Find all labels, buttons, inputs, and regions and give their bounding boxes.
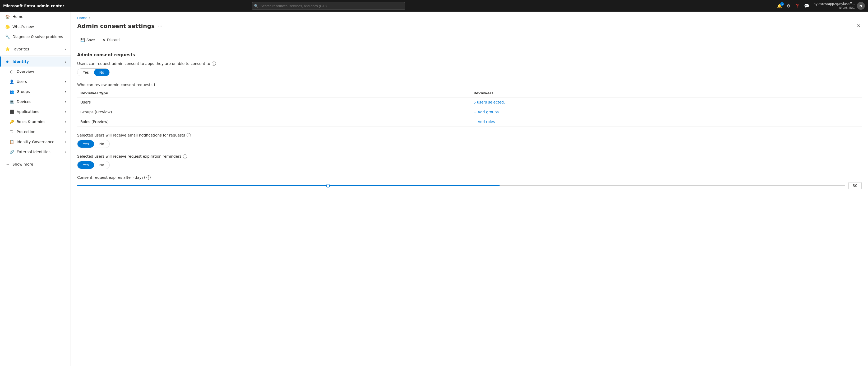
expires-after-slider[interactable] bbox=[77, 185, 845, 186]
table-row: Users 5 users selected. bbox=[77, 97, 862, 107]
devices-icon: 💻 bbox=[9, 99, 14, 104]
close-button[interactable]: ✕ bbox=[856, 22, 862, 30]
sidebar-item-roles-admins[interactable]: 🔑 Roles & admins ▾ bbox=[0, 117, 70, 127]
chevron-up-icon: ▴ bbox=[65, 60, 66, 63]
who-can-review-label: Who can review admin consent requests i bbox=[77, 82, 862, 87]
sidebar-item-diagnose[interactable]: 🔧 Diagnose & solve problems bbox=[0, 32, 70, 42]
sidebar-item-external-identities[interactable]: 🔗 External Identities ▾ bbox=[0, 147, 70, 157]
feedback-icon[interactable]: 💬 bbox=[804, 3, 809, 8]
diamond-icon: ◆ bbox=[5, 59, 10, 64]
slider-row: 30 bbox=[77, 182, 862, 189]
chevron-down-icon-gov: ▾ bbox=[65, 140, 66, 143]
section-title: Admin consent requests bbox=[77, 52, 862, 57]
expiration-reminders-no-button[interactable]: No bbox=[94, 161, 110, 169]
reviewer-roles-link[interactable]: + Add roles bbox=[470, 117, 862, 127]
sidebar-item-overview[interactable]: ○ Overview bbox=[0, 67, 70, 76]
user-menu[interactable]: nylastestapp2@nylasoff... NYLAS, INC. N bbox=[813, 2, 865, 10]
users-consent-toggle: Yes No bbox=[77, 68, 110, 76]
users-consent-no-button[interactable]: No bbox=[94, 69, 110, 76]
email-notifications-field: Selected users will receive email notifi… bbox=[77, 133, 862, 148]
help-icon[interactable]: ❓ bbox=[795, 3, 800, 8]
content-body: Admin consent requests Users can request… bbox=[71, 46, 868, 366]
sidebar-item-home[interactable]: 🏠 Home bbox=[0, 12, 70, 22]
reviewer-type-groups: Groups (Preview) bbox=[77, 107, 470, 117]
toolbar: 💾 Save ✕ Discard bbox=[71, 34, 868, 46]
expires-after-label: Consent request expires after (days) i bbox=[77, 175, 862, 179]
sidebar: 🏠 Home 🌟 What's new 🔧 Diagnose & solve p… bbox=[0, 12, 71, 366]
user-name: nylastestapp2@nylasoff... bbox=[813, 2, 855, 6]
search-input[interactable] bbox=[252, 2, 405, 10]
expires-after-info-icon[interactable]: i bbox=[147, 175, 151, 179]
sidebar-item-identity[interactable]: ◆ Identity ▴ bbox=[0, 57, 70, 67]
chevron-down-icon-users: ▾ bbox=[65, 80, 66, 83]
save-icon: 💾 bbox=[80, 38, 85, 42]
users-consent-info-icon[interactable]: i bbox=[212, 62, 216, 66]
search-bar: 🔍 bbox=[252, 2, 405, 10]
page-header: Home › Admin consent settings ··· ✕ bbox=[71, 12, 868, 34]
shield-icon: 🛡 bbox=[9, 129, 14, 134]
reviewer-type-roles: Roles (Preview) bbox=[77, 117, 470, 127]
page-title-row: Admin consent settings ··· ✕ bbox=[77, 22, 862, 30]
top-nav: Microsoft Entra admin center 🔍 🔔 1 ⚙ ❓ 💬… bbox=[0, 0, 868, 12]
content-area: Home › Admin consent settings ··· ✕ 💾 Sa… bbox=[71, 12, 868, 366]
reviewer-users-link[interactable]: 5 users selected. bbox=[470, 97, 862, 107]
reviewer-type-users: Users bbox=[77, 97, 470, 107]
user-info: nylastestapp2@nylasoff... NYLAS, INC. bbox=[813, 2, 855, 10]
home-icon: 🏠 bbox=[5, 14, 10, 19]
chevron-down-icon-groups: ▾ bbox=[65, 90, 66, 93]
who-can-review-info-icon[interactable]: i bbox=[154, 82, 155, 87]
roles-icon: 🔑 bbox=[9, 119, 14, 124]
reviewers-table: Reviewer type Reviewers Users 5 users se… bbox=[77, 89, 862, 127]
app-brand: Microsoft Entra admin center bbox=[3, 4, 64, 8]
main-layout: 🏠 Home 🌟 What's new 🔧 Diagnose & solve p… bbox=[0, 12, 868, 366]
sidebar-divider-2 bbox=[0, 55, 70, 56]
email-notifications-info-icon[interactable]: i bbox=[187, 133, 191, 137]
user-icon: 👤 bbox=[9, 79, 14, 84]
settings-icon[interactable]: ⚙ bbox=[786, 3, 790, 8]
expiration-reminders-info-icon[interactable]: i bbox=[183, 154, 187, 159]
sidebar-item-groups[interactable]: 👥 Groups ▾ bbox=[0, 87, 70, 97]
user-avatar[interactable]: N bbox=[857, 2, 865, 10]
table-row: Groups (Preview) + Add groups bbox=[77, 107, 862, 117]
expires-after-field: Consent request expires after (days) i 3… bbox=[77, 175, 862, 189]
sidebar-item-devices[interactable]: 💻 Devices ▾ bbox=[0, 97, 70, 107]
expiration-reminders-toggle: Yes No bbox=[77, 161, 110, 169]
sidebar-item-protection[interactable]: 🛡 Protection ▾ bbox=[0, 127, 70, 137]
sidebar-item-favorites[interactable]: ⭐ Favorites ▾ bbox=[0, 44, 70, 54]
reviewer-type-col-header: Reviewer type bbox=[77, 89, 470, 97]
chevron-down-icon: ▾ bbox=[65, 48, 66, 51]
reviewer-groups-link[interactable]: + Add groups bbox=[470, 107, 862, 117]
circle-icon: ○ bbox=[9, 69, 14, 74]
email-notifications-yes-button[interactable]: Yes bbox=[78, 140, 94, 147]
notification-badge: 1 bbox=[780, 2, 784, 6]
wrench-icon: 🔧 bbox=[5, 34, 10, 39]
star-icon: ⭐ bbox=[5, 47, 10, 52]
reviewers-col-header: Reviewers bbox=[470, 89, 862, 97]
expiration-reminders-yes-button[interactable]: Yes bbox=[78, 161, 94, 169]
sidebar-divider-3 bbox=[0, 158, 70, 158]
users-consent-yes-button[interactable]: Yes bbox=[78, 69, 94, 76]
sidebar-item-whats-new[interactable]: 🌟 What's new bbox=[0, 22, 70, 32]
apps-icon: ⬛ bbox=[9, 109, 14, 114]
sidebar-item-identity-governance[interactable]: 📋 Identity Governance ▾ bbox=[0, 137, 70, 147]
save-button[interactable]: 💾 Save bbox=[77, 36, 98, 43]
external-icon: 🔗 bbox=[9, 149, 14, 154]
more-options-icon[interactable]: ··· bbox=[158, 23, 162, 29]
notifications-icon[interactable]: 🔔 1 bbox=[777, 3, 782, 8]
search-icon: 🔍 bbox=[254, 4, 258, 8]
breadcrumb-home[interactable]: Home bbox=[77, 16, 87, 20]
user-org: NYLAS, INC. bbox=[813, 6, 855, 9]
sidebar-item-users[interactable]: 👤 Users ▾ bbox=[0, 76, 70, 87]
users-consent-field: Users can request admin consent to apps … bbox=[77, 62, 862, 76]
who-can-review-field: Who can review admin consent requests i … bbox=[77, 82, 862, 127]
discard-button[interactable]: ✕ Discard bbox=[99, 36, 123, 43]
sidebar-item-show-more[interactable]: ··· Show more bbox=[0, 159, 70, 169]
email-notifications-no-button[interactable]: No bbox=[94, 140, 110, 147]
table-row: Roles (Preview) + Add roles bbox=[77, 117, 862, 127]
chevron-down-icon-devices: ▾ bbox=[65, 100, 66, 103]
users-consent-label: Users can request admin consent to apps … bbox=[77, 62, 862, 66]
sidebar-item-applications[interactable]: ⬛ Applications ▾ bbox=[0, 107, 70, 117]
chevron-down-icon-roles: ▾ bbox=[65, 121, 66, 123]
sparkle-icon: 🌟 bbox=[5, 24, 10, 29]
chevron-down-icon-apps: ▾ bbox=[65, 110, 66, 113]
